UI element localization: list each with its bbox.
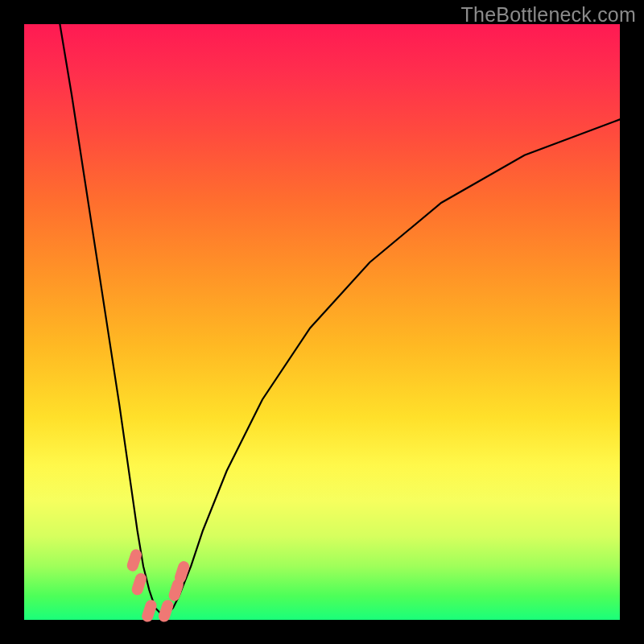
watermark-text: TheBottleneck.com xyxy=(461,3,636,27)
curve-marker xyxy=(157,598,175,623)
curve-marker xyxy=(140,598,158,623)
curve-marker xyxy=(130,572,148,597)
bottleneck-curve xyxy=(60,24,620,614)
curve-marker xyxy=(126,548,143,573)
chart-frame: TheBottleneck.com xyxy=(0,0,644,644)
curve-svg xyxy=(24,24,620,620)
plot-area xyxy=(24,24,620,620)
